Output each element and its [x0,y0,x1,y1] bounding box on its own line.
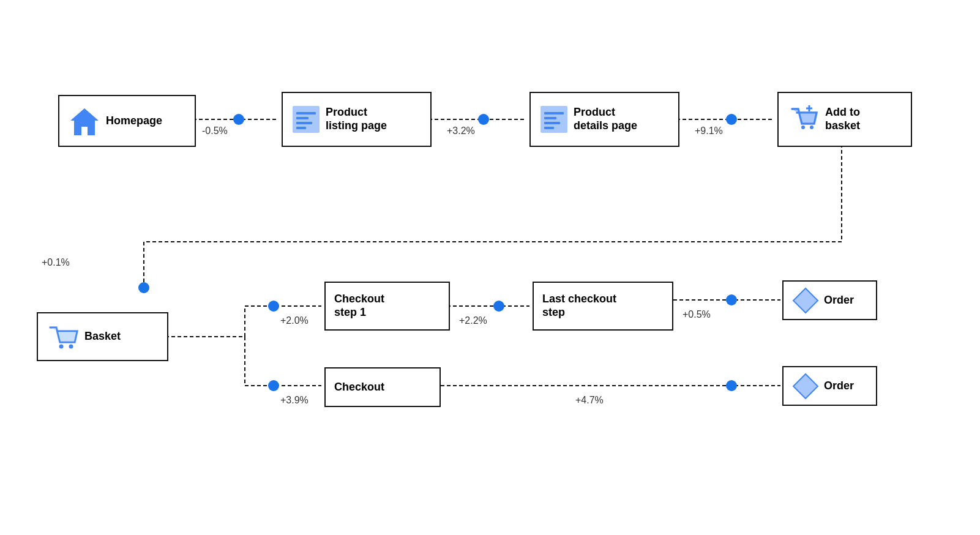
node-basket[interactable]: Basket [37,312,168,361]
order1-label: Order [824,294,854,307]
node-checkout[interactable]: Checkout [324,367,441,407]
edge-label-checkout-order2: +4.7% [575,395,604,406]
node-homepage[interactable]: Homepage [58,95,196,147]
node-last-checkout[interactable]: Last checkoutstep [533,282,673,331]
edge-dot [726,114,737,125]
add-basket-label: Add tobasket [825,106,860,132]
svg-point-17 [801,125,805,129]
edge-label-last-order1: +0.5% [683,309,711,320]
edge-label-homepage-listing: -0.5% [202,125,228,137]
svg-rect-10 [296,122,312,124]
edge-dot [268,380,279,391]
edge-dot [493,301,504,312]
edge-label-basket-checkout1: +2.0% [280,315,309,326]
svg-point-18 [810,125,814,129]
homepage-label: Homepage [106,114,162,128]
flow-diagram: -0.5% +3.2% +9.1% +0.1% +2.0% +3.9% +2.2… [0,0,980,535]
basket-icon [47,320,80,353]
svg-marker-6 [70,108,99,135]
home-icon [68,105,101,138]
edge-dot [726,294,737,305]
svg-rect-11 [296,127,306,129]
basket-label: Basket [84,330,121,343]
order2-icon [792,373,819,400]
last-checkout-label: Last checkoutstep [542,293,616,319]
edge-dot [233,114,244,125]
svg-rect-13 [544,112,564,114]
svg-point-22 [69,345,73,349]
add-basket-icon [787,103,820,136]
node-order2[interactable]: Order [782,366,877,406]
edge-dot [726,380,737,391]
node-product-details[interactable]: Productdetails page [529,92,679,147]
edge-label-listing-details: +3.2% [447,125,475,137]
edge-label-details-basket: +9.1% [695,125,723,137]
product-details-icon [539,105,569,134]
node-product-listing[interactable]: Productlisting page [282,92,432,147]
svg-rect-9 [296,117,309,119]
product-details-label: Productdetails page [574,106,637,132]
order2-label: Order [824,380,854,393]
edge-dot [478,114,489,125]
svg-rect-14 [544,117,556,119]
checkout-label: Checkout [334,381,384,394]
svg-rect-16 [544,127,554,129]
list-page-icon [291,105,321,134]
node-add-to-basket[interactable]: Add tobasket [777,92,912,147]
edge-label-basket-checkout: +3.9% [280,395,309,406]
product-listing-label: Productlisting page [326,106,387,132]
edge-label-add-basket: +0.1% [42,257,70,268]
connection-lines [0,0,980,535]
node-order1[interactable]: Order [782,280,877,320]
svg-point-21 [59,345,64,349]
checkout-step1-label: Checkoutstep 1 [334,293,384,319]
edge-dot [268,301,279,312]
svg-rect-8 [296,112,316,114]
svg-marker-23 [793,288,818,313]
node-checkout-step1[interactable]: Checkoutstep 1 [324,282,450,331]
svg-rect-15 [544,122,560,124]
svg-marker-24 [793,374,818,398]
edge-dot [138,282,149,293]
edge-label-checkout1-last: +2.2% [459,315,487,326]
order1-icon [792,287,819,314]
